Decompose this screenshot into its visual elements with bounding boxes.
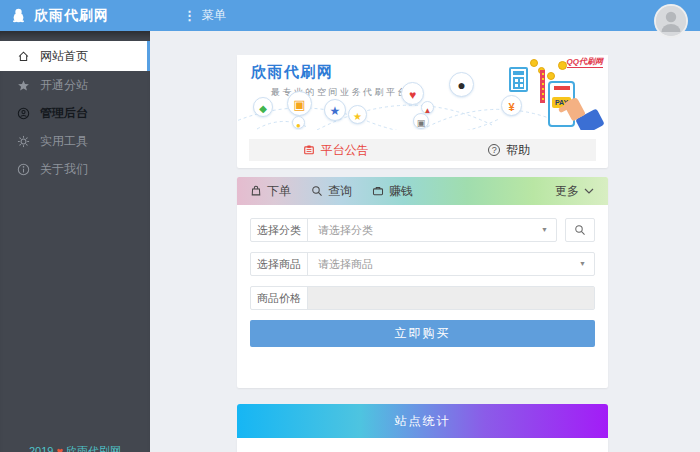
bubble-diamond-icon: [253, 97, 273, 117]
sidebar-item-about[interactable]: 关于我们: [0, 155, 150, 183]
stats-header: 站点统计: [237, 404, 608, 438]
sidebar-item-home[interactable]: 网站首页: [0, 41, 150, 71]
bubble-star-icon: [348, 105, 367, 124]
announcement-label: 平台公告: [321, 142, 369, 159]
bubble-blue-star-icon: [324, 99, 346, 121]
category-select[interactable]: 请选择分类 ▼: [308, 219, 556, 241]
tab-order[interactable]: 下单: [250, 183, 291, 200]
footer-year: 2019: [29, 445, 53, 452]
price-input[interactable]: [308, 287, 594, 309]
banner-title: 欣雨代刷网: [251, 63, 334, 82]
star-icon: [17, 79, 30, 92]
bubble-yuan-icon: [501, 95, 522, 116]
category-select-value: 请选择分类: [318, 224, 373, 236]
sidebar-item-label: 开通分站: [40, 77, 88, 94]
chevron-down-icon: [583, 185, 595, 197]
bubble-camera-icon: [413, 113, 429, 129]
coin-icon: [547, 72, 555, 80]
coin-icon: [558, 61, 567, 70]
bubble-coin-icon: [292, 116, 305, 129]
stats-card: 站点统计: [237, 404, 608, 452]
tab-query[interactable]: 查询: [311, 183, 352, 200]
banner-card: 欣雨代刷网 最专业的空间业务代刷平台 QQ代刷网 PAY: [237, 55, 608, 168]
category-row: 选择分类 请选择分类 ▼: [250, 218, 595, 242]
price-label: 商品价格: [251, 287, 308, 309]
menu-button[interactable]: ⋮ 菜单: [183, 7, 226, 24]
search-icon: [311, 185, 323, 197]
product-select-value: 请选择商品: [318, 258, 373, 270]
heart-icon: ♥: [53, 445, 66, 452]
top-header: 欣雨代刷网 ⋮ 菜单: [0, 0, 700, 31]
tab-label: 下单: [267, 183, 291, 200]
sidebar-item-label: 网站首页: [40, 48, 88, 65]
product-select[interactable]: 请选择商品 ▼: [308, 253, 594, 275]
penguin-icon: [10, 7, 27, 24]
bubble-gift-icon: [287, 91, 312, 116]
announcement-button[interactable]: 平台公告: [249, 142, 423, 159]
sidebar-footer: 2019♥欣雨代刷网: [0, 444, 150, 452]
home-icon: [17, 50, 30, 63]
help-label: 帮助: [506, 142, 530, 159]
vertical-dots-icon: ⋮: [183, 9, 196, 22]
avatar[interactable]: [654, 4, 688, 38]
briefcase-icon: [372, 185, 384, 197]
main-content: 欣雨代刷网 最专业的空间业务代刷平台 QQ代刷网 PAY: [150, 31, 700, 452]
sidebar-item-substation[interactable]: 开通分站: [0, 71, 150, 99]
buy-button[interactable]: 立即购买: [250, 320, 595, 347]
user-silhouette-icon: [656, 6, 686, 36]
product-label: 选择商品: [251, 253, 308, 275]
question-circle-icon: [488, 144, 500, 156]
corner-logo: QQ代刷网: [567, 56, 603, 68]
order-card: 下单 查询 赚钱 更多 选择分类 请选择分类 ▼: [237, 177, 608, 388]
sidebar-item-label: 实用工具: [40, 133, 88, 150]
search-button[interactable]: [565, 218, 595, 242]
more-button[interactable]: 更多: [555, 183, 595, 200]
bubble-penguin-icon: [449, 72, 474, 97]
order-form: 选择分类 请选择分类 ▼ 选择商品 请选择商品 ▼: [237, 205, 608, 347]
caret-down-icon: ▼: [579, 253, 586, 275]
product-row: 选择商品 请选择商品 ▼: [250, 252, 595, 276]
user-circle-icon: [17, 107, 30, 120]
brand-name: 欣雨代刷网: [34, 7, 109, 25]
price-row: 商品价格: [250, 286, 595, 310]
more-label: 更多: [555, 183, 579, 200]
calculator-illustration: [509, 67, 528, 92]
menu-label: 菜单: [202, 7, 226, 24]
tab-label: 查询: [328, 183, 352, 200]
help-button[interactable]: 帮助: [423, 142, 597, 159]
bag-icon: [250, 185, 262, 197]
stats-body: [237, 438, 608, 452]
category-label: 选择分类: [251, 219, 308, 241]
bubble-heart-icon: [401, 82, 424, 105]
banner: 欣雨代刷网 最专业的空间业务代刷平台 QQ代刷网 PAY: [237, 55, 608, 130]
sidebar: 网站首页 开通分站 管理后台 实用工具 关于我们 2019♥欣雨代刷网: [0, 31, 150, 452]
sidebar-item-label: 管理后台: [40, 105, 88, 122]
sidebar-item-admin[interactable]: 管理后台: [0, 99, 150, 127]
tab-earn[interactable]: 赚钱: [372, 183, 413, 200]
tab-label: 赚钱: [389, 183, 413, 200]
info-circle-icon: [17, 163, 30, 176]
brand[interactable]: 欣雨代刷网: [0, 7, 150, 25]
gear-icon: [17, 135, 30, 148]
footer-brand: 欣雨代刷网: [66, 445, 121, 452]
search-icon: [574, 224, 586, 236]
sidebar-item-label: 关于我们: [40, 161, 88, 178]
sidebar-item-tools[interactable]: 实用工具: [0, 127, 150, 155]
caret-down-icon: ▼: [541, 219, 548, 241]
ribbon-illustration: [540, 70, 545, 103]
megaphone-icon: [303, 144, 315, 156]
coin-icon: [530, 59, 538, 67]
notice-bar: 平台公告 帮助: [249, 139, 596, 161]
tab-bar: 下单 查询 赚钱 更多: [237, 177, 608, 205]
